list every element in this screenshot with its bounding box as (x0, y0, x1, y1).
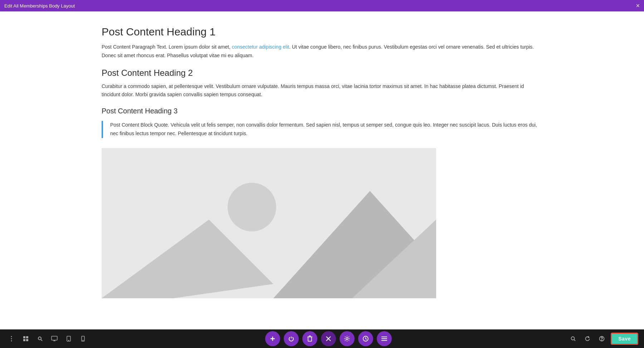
svg-point-18 (68, 340, 69, 340)
toolbar-grid-button[interactable] (20, 333, 31, 344)
power-button[interactable] (284, 331, 299, 346)
save-button[interactable]: Save (611, 333, 638, 345)
post-heading-3: Post Content Heading 3 (102, 107, 542, 115)
toolbar-help-button[interactable] (596, 333, 607, 344)
paragraph1-link[interactable]: consectetur adipiscing elit (232, 44, 289, 50)
post-blockquote: Post Content Block Quote. Vehicula velit… (102, 121, 542, 138)
svg-point-20 (83, 340, 83, 340)
add-element-button[interactable] (265, 331, 280, 346)
post-paragraph-1: Post Content Paragraph Text. Lorem ipsum… (102, 43, 542, 60)
svg-point-25 (346, 338, 348, 340)
svg-rect-9 (26, 336, 28, 338)
settings-button[interactable] (340, 331, 355, 346)
svg-line-31 (574, 340, 576, 341)
svg-point-7 (11, 340, 12, 342)
close-button[interactable]: × (636, 3, 640, 9)
toolbar-center-section (265, 331, 392, 346)
toolbar-refresh-button[interactable] (582, 333, 593, 344)
post-image-placeholder (102, 148, 436, 298)
svg-point-5 (11, 336, 12, 337)
toolbar-left-section (6, 333, 89, 344)
post-heading-1: Post Content Heading 1 (102, 26, 542, 38)
svg-point-6 (11, 338, 12, 339)
blockquote-text: Post Content Block Quote. Vehicula velit… (110, 121, 542, 138)
toolbar-mobile-button[interactable] (77, 333, 89, 344)
post-heading-2: Post Content Heading 2 (102, 68, 542, 78)
history-button[interactable] (358, 331, 373, 346)
svg-point-1 (228, 183, 276, 231)
layout-button[interactable] (377, 331, 392, 346)
svg-point-12 (38, 337, 41, 340)
placeholder-svg (102, 148, 436, 298)
bottom-toolbar: Save (0, 329, 644, 348)
toolbar-right-section: Save (568, 333, 638, 345)
toolbar-zoom-button[interactable] (568, 333, 579, 344)
post-paragraph-2: Curabitur a commodo sapien, at pellentes… (102, 82, 542, 99)
svg-rect-10 (23, 339, 25, 341)
svg-rect-11 (26, 339, 28, 341)
toolbar-tablet-button[interactable] (63, 333, 74, 344)
close-element-button[interactable] (321, 331, 336, 346)
svg-rect-8 (23, 336, 25, 338)
delete-button[interactable] (302, 331, 317, 346)
svg-line-13 (41, 340, 43, 341)
toolbar-search-button[interactable] (34, 333, 46, 344)
svg-point-30 (571, 337, 575, 340)
svg-rect-14 (52, 336, 57, 340)
title-bar-title: Edit All Memberships Body Layout (4, 3, 75, 9)
svg-point-33 (602, 340, 602, 340)
paragraph1-text-before: Post Content Paragraph Text. Lorem ipsum… (102, 44, 232, 50)
toolbar-desktop-button[interactable] (49, 333, 60, 344)
main-content-area: Post Content Heading 1 Post Content Para… (0, 11, 644, 329)
toolbar-more-options-button[interactable] (6, 333, 17, 344)
title-bar: Edit All Memberships Body Layout × (0, 0, 644, 11)
